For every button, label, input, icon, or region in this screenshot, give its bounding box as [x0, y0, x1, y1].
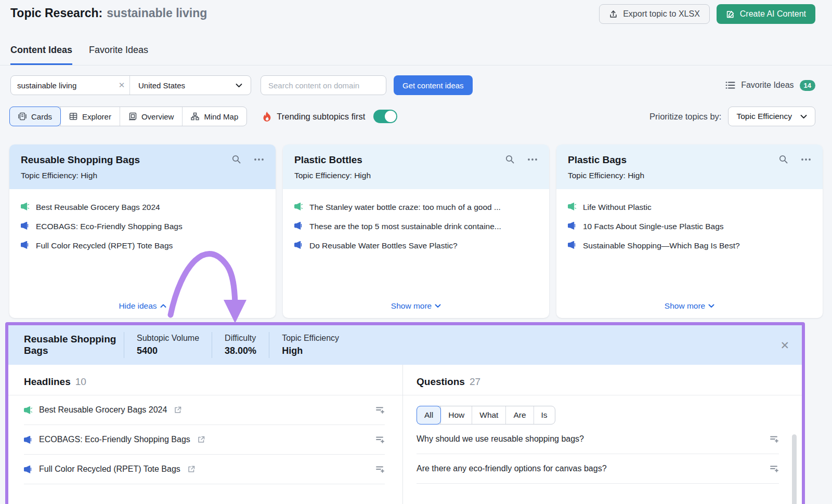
megaphone-icon — [568, 222, 577, 230]
idea-item[interactable]: Full Color Recycled (RPET) Tote Bags — [21, 240, 264, 251]
headline-text: ECOBAGS: Eco-Friendly Shopping Bags — [39, 435, 190, 444]
edit-icon — [726, 10, 735, 19]
tab-content-ideas[interactable]: Content Ideas — [10, 45, 72, 65]
idea-item[interactable]: These are the top 5 most sustainable dri… — [294, 221, 538, 232]
headline-row[interactable]: ECOBAGS: Eco-Friendly Shopping Bags — [24, 425, 385, 455]
chevron-up-icon — [160, 304, 166, 308]
headline-text: Full Color Recycled (RPET) Tote Bags — [39, 465, 180, 474]
external-link-icon[interactable] — [198, 436, 205, 443]
search-icon[interactable] — [505, 154, 515, 164]
filter-is[interactable]: Is — [534, 406, 555, 424]
question-text: Are there any eco-friendly options for c… — [417, 464, 607, 473]
view-cards-label: Cards — [31, 112, 52, 121]
favorite-ideas-shortcut[interactable]: Favorite Ideas 14 — [725, 80, 815, 91]
view-switcher: Cards Explorer Overview Mind Map — [9, 107, 247, 126]
card-ideas-list: The Stanley water bottle craze: too much… — [283, 189, 549, 251]
question-row[interactable]: Are there any eco-friendly options for c… — [417, 454, 779, 484]
stat-label: Topic Efficiency — [282, 334, 339, 343]
card-title: Plastic Bottles — [294, 154, 505, 166]
headlines-column: Headlines 10 Best Reusable Grocery Bags … — [8, 365, 402, 504]
search-icon[interactable] — [778, 154, 788, 164]
filter-are[interactable]: Are — [506, 406, 534, 424]
add-to-favorites-icon[interactable] — [770, 465, 779, 473]
headline-text: Best Reusable Grocery Bags 2024 — [39, 405, 167, 415]
questions-title: Questions — [417, 376, 465, 388]
tab-favorite-ideas[interactable]: Favorite Ideas — [89, 45, 148, 65]
headline-row[interactable]: Full Color Recycled (RPET) Tote Bags — [24, 455, 385, 484]
add-to-favorites-icon[interactable] — [376, 436, 385, 444]
idea-item[interactable]: Do Reusable Water Bottles Save Plastic? — [294, 240, 538, 251]
get-content-ideas-button[interactable]: Get content ideas — [394, 75, 473, 95]
topic-cards-row: Reusable Shopping Bags Topic Efficiency:… — [9, 144, 823, 318]
close-panel-icon[interactable]: ✕ — [780, 340, 789, 351]
view-overview-button[interactable]: Overview — [120, 107, 183, 126]
clear-query-icon[interactable]: ✕ — [114, 76, 129, 95]
favorite-ideas-label: Favorite Ideas — [741, 81, 794, 90]
card-header: Plastic Bottles Topic Efficiency: High — [283, 144, 549, 189]
add-to-favorites-icon[interactable] — [376, 406, 385, 414]
view-mindmap-button[interactable]: Mind Map — [183, 107, 246, 126]
hide-ideas-label: Hide ideas — [119, 301, 157, 311]
trending-toggle[interactable] — [373, 110, 397, 123]
question-row[interactable]: Why should we use reusable shopping bags… — [417, 425, 779, 454]
topic-card-plastic-bags[interactable]: Plastic Bags Topic Efficiency: High Life… — [556, 144, 823, 318]
idea-text: Sustainable Shopping—Which Bag Is Best? — [583, 240, 740, 251]
table-view-icon — [69, 112, 77, 121]
favorites-count-badge: 14 — [800, 80, 815, 91]
card-efficiency: Topic Efficiency: High — [568, 171, 811, 180]
show-more-link[interactable]: Show more — [665, 301, 714, 311]
show-more-link[interactable]: Show more — [391, 301, 441, 311]
header-actions: Export topic to XLSX Create AI Content — [599, 4, 815, 24]
export-xlsx-button[interactable]: Export topic to XLSX — [599, 4, 710, 24]
subtopic-panel-header: Reusable Shopping Bags Subtopic Volume 5… — [8, 325, 802, 365]
topic-card-reusable-shopping-bags[interactable]: Reusable Shopping Bags Topic Efficiency:… — [9, 144, 276, 318]
view-tabs: Content Ideas Favorite Ideas — [10, 45, 148, 65]
add-to-favorites-icon[interactable] — [770, 435, 779, 443]
filter-all[interactable]: All — [417, 406, 441, 424]
view-cards-button[interactable]: Cards — [10, 107, 61, 126]
create-ai-content-button[interactable]: Create AI Content — [717, 4, 815, 24]
toggle-knob — [385, 111, 396, 122]
idea-item[interactable]: Sustainable Shopping—Which Bag Is Best? — [568, 240, 811, 251]
card-header: Plastic Bags Topic Efficiency: High — [556, 144, 823, 189]
view-explorer-button[interactable]: Explorer — [61, 107, 120, 126]
megaphone-icon-trending — [294, 203, 303, 210]
idea-item[interactable]: 10 Facts About Single-use Plastic Bags — [568, 221, 811, 232]
topic-search-input[interactable] — [11, 76, 114, 95]
filter-how[interactable]: How — [441, 406, 472, 424]
add-to-favorites-icon[interactable] — [376, 466, 385, 473]
external-link-icon[interactable] — [188, 466, 195, 473]
idea-item[interactable]: Life Without Plastic — [568, 202, 811, 213]
more-options-icon[interactable] — [801, 158, 811, 161]
idea-item[interactable]: The Stanley water bottle craze: too much… — [294, 202, 538, 213]
idea-text: Do Reusable Water Bottles Save Plastic? — [309, 240, 458, 251]
prioritize-select[interactable]: Topic Efficiency — [728, 107, 815, 126]
headlines-title: Headlines — [24, 376, 71, 388]
idea-item[interactable]: Best Reusable Grocery Bags 2024 — [21, 202, 264, 213]
external-link-icon[interactable] — [174, 406, 181, 414]
megaphone-icon-trending — [24, 406, 33, 414]
domain-search-input[interactable] — [261, 75, 386, 95]
country-select-value: United States — [138, 81, 185, 90]
country-select[interactable]: United States — [130, 76, 251, 95]
hide-ideas-link[interactable]: Hide ideas — [119, 301, 166, 311]
topic-card-plastic-bottles[interactable]: Plastic Bottles Topic Efficiency: High T… — [283, 144, 549, 318]
more-options-icon[interactable] — [527, 158, 538, 161]
search-icon[interactable] — [231, 154, 241, 164]
page-title-query: sustainable living — [107, 6, 207, 20]
idea-item[interactable]: ECOBAGS: Eco-Friendly Shopping Bags — [21, 221, 264, 232]
create-ai-button-label: Create AI Content — [740, 9, 806, 19]
card-header: Reusable Shopping Bags Topic Efficiency:… — [9, 144, 276, 189]
questions-column: Questions 27 All How What Are Is Why sho… — [403, 365, 802, 504]
idea-text: Full Color Recycled (RPET) Tote Bags — [36, 240, 173, 251]
topic-search-group: ✕ United States — [10, 75, 251, 95]
search-row: ✕ United States Get content ideas Favori… — [10, 75, 815, 95]
filter-what[interactable]: What — [472, 406, 506, 424]
stat-value: High — [282, 346, 339, 356]
subtopic-panel-body: Headlines 10 Best Reusable Grocery Bags … — [8, 365, 802, 504]
card-title: Reusable Shopping Bags — [21, 154, 231, 166]
chevron-down-icon — [800, 114, 807, 119]
questions-scrollbar[interactable] — [792, 434, 797, 504]
headline-row[interactable]: Best Reusable Grocery Bags 2024 — [24, 395, 385, 425]
more-options-icon[interactable] — [254, 158, 264, 161]
